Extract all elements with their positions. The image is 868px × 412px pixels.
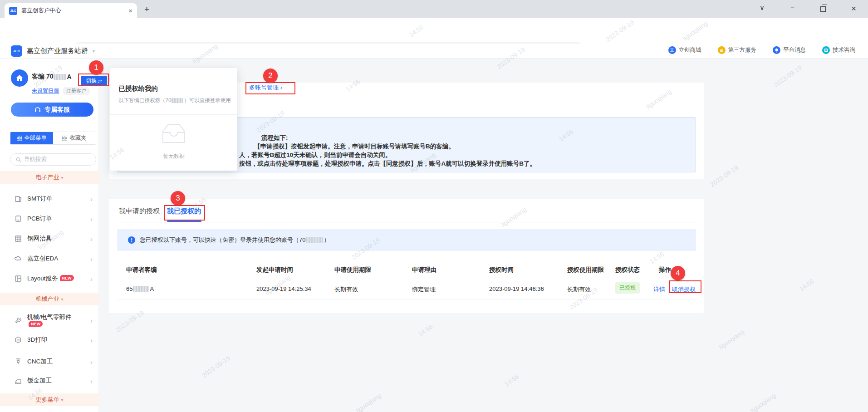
header-link-support[interactable]: 技术咨询: [822, 46, 855, 54]
brand-logo-icon: JLC: [11, 45, 22, 57]
nav-search-input[interactable]: 导航搜索: [10, 153, 96, 166]
watermark-text: liguoqiang: [749, 392, 777, 412]
window-restore-icon[interactable]: [820, 6, 826, 12]
tab-close-icon[interactable]: ×: [128, 7, 132, 15]
chevron-right-icon: ›: [90, 195, 93, 203]
banner-account-blur: [306, 237, 323, 243]
section-more-menu[interactable]: 更多菜单▾: [0, 393, 99, 406]
annotation-rect-manage: [245, 82, 295, 94]
mall-icon: 立: [668, 46, 676, 54]
site-favicon: JLC: [9, 7, 17, 15]
annotation-step-4: 4: [671, 266, 685, 280]
popup-title: 已授权给我的: [118, 84, 158, 93]
section-mechanical[interactable]: 机械产业▾: [0, 293, 99, 305]
popup-account-blur: [172, 98, 183, 103]
wrench-icon: [15, 317, 21, 324]
watermark-text: 2023-09-19: [709, 164, 740, 188]
brand[interactable]: JLC 嘉立创产业服务站群 ▾: [11, 45, 95, 57]
stencil-grid-icon: [15, 235, 22, 242]
browser-tab[interactable]: JLC 嘉立创客户中心 ×: [5, 3, 137, 18]
sidebar-item-mechanical-parts[interactable]: 机械/电气零部件NEW ›: [0, 310, 99, 330]
table-header-divider: [117, 278, 696, 278]
pcb-order-icon: [15, 215, 22, 222]
sidebar-item-cnc[interactable]: CNC加工 ›: [0, 352, 99, 372]
header-link-thirdparty[interactable]: ⊞ 第三方服务: [718, 46, 757, 54]
sidebar-item-smt-orders[interactable]: SMT订单 ›: [0, 189, 99, 209]
support-doc-icon: [822, 46, 830, 54]
info-banner-text: 您已授权以下账号，可以快速（免密）登录并使用您的账号（70）: [140, 236, 329, 244]
smt-order-icon: [15, 195, 22, 202]
watermark-text: 14:56: [798, 277, 815, 292]
set-ownership-link[interactable]: 未设置归属: [32, 87, 59, 95]
cell-apply-time: 2023-09-19 14:25:34: [256, 285, 311, 292]
chevron-right-icon: ›: [90, 336, 93, 344]
thirdparty-icon: ⊞: [718, 46, 726, 54]
grid-icon: [62, 136, 67, 141]
user-avatar: [11, 69, 28, 87]
cell-auth-time: 2023-09-19 14:46:36: [489, 285, 544, 292]
empty-data-text: 暂无数据: [110, 152, 237, 160]
bell-icon: [773, 46, 780, 54]
applicant-blur: [133, 286, 149, 292]
sidebar-item-3d-print[interactable]: 3D 3D打印 ›: [0, 330, 99, 350]
account-type-badge: 注册客户: [63, 87, 90, 95]
search-icon: [16, 157, 21, 162]
col-header-auth-period: 授权使用期限: [567, 266, 604, 274]
eda-cloud-icon: [15, 255, 22, 262]
window-chevron-icon[interactable]: ∨: [760, 4, 765, 12]
caret-down-icon: ▾: [61, 297, 63, 302]
process-line-4: 按钮，或点击待处理事项标题，处理授权申请。点击【同意授权】后，账号A就可以切换登…: [239, 160, 536, 168]
cell-auth-period: 长期有效: [567, 285, 591, 294]
brand-caret-icon: ▾: [93, 49, 95, 54]
col-header-applicant: 申请者客编: [126, 266, 157, 274]
brand-name: 嘉立创产业服务站群: [27, 47, 88, 55]
toggle-all-menu[interactable]: 全部菜单: [10, 132, 53, 144]
menu-toggle: 全部菜单 收藏夹: [10, 132, 96, 145]
layout-icon: [15, 275, 22, 282]
chevron-right-icon: ›: [90, 275, 93, 283]
new-badge: NEW: [29, 321, 43, 327]
process-line-1: 流程如下:: [261, 134, 288, 142]
tab-title: 嘉立创客户中心: [21, 7, 124, 15]
nav-search-placeholder: 导航搜索: [24, 156, 47, 163]
tab-my-requests[interactable]: 我申请的授权: [119, 207, 160, 216]
section-electronics[interactable]: 电子产业▾: [0, 171, 99, 184]
col-header-apply-period: 申请使用期限: [334, 266, 371, 274]
sidebar: 客编 70A 切换⇌ 未设置归属 注册客户 专属客服 全部菜单 收藏夹 导航搜索…: [0, 59, 99, 412]
chevron-right-icon: ›: [90, 358, 93, 366]
caret-down-icon: ▾: [61, 175, 63, 180]
header-link-mall[interactable]: 立 立创商城: [668, 46, 701, 54]
authorized-to-me-popup: 已授权给我的 以下客编已授权您（70）可以直接登录使用 暂无数据: [110, 68, 237, 171]
new-badge: NEW: [60, 275, 74, 281]
active-tab-underline: [167, 221, 201, 222]
chevron-right-icon: ›: [90, 235, 93, 243]
sidebar-item-stencil[interactable]: 钢网治具 ›: [0, 229, 99, 249]
annotation-step-3: 3: [171, 191, 185, 206]
sidebar-item-pcb-orders[interactable]: PCB订单 ›: [0, 209, 99, 229]
window-close-icon[interactable]: ×: [851, 4, 856, 14]
sidebar-item-sheet-metal[interactable]: 钣金加工 ›: [0, 371, 99, 391]
account-number-blur: [54, 74, 66, 80]
sheet-metal-icon: [15, 377, 22, 384]
window-minimize-icon[interactable]: −: [790, 4, 794, 11]
empty-inbox-icon: [158, 122, 189, 149]
toggle-favorites[interactable]: 收藏夹: [53, 132, 96, 144]
chevron-right-icon: ›: [90, 215, 93, 223]
header-link-messages[interactable]: 平台消息: [773, 46, 806, 54]
annotation-step-2: 2: [263, 69, 278, 83]
sidebar-item-layout[interactable]: Layout服务NEW ›: [0, 269, 99, 289]
annotation-rect-cancel: [669, 280, 701, 293]
dedicated-service-button[interactable]: 专属客服: [11, 103, 93, 117]
table-row-divider: [117, 299, 696, 299]
sidebar-item-eda[interactable]: 嘉立创EDA ›: [0, 249, 99, 269]
detail-link[interactable]: 详情: [653, 285, 665, 294]
process-line-2: 【申请授权】按钮发起申请。注意，申请时目标账号请填写账号B的客编。: [254, 142, 455, 151]
header-links: 立 立创商城 ⊞ 第三方服务 平台消息 技术咨询: [668, 46, 856, 54]
annotation-rect-tab: [164, 205, 205, 221]
new-tab-button[interactable]: +: [144, 5, 149, 15]
process-line-3: 人，若账号B超过10天未确认，则当前申请会自动关闭。: [239, 151, 391, 159]
watermark-text: 14:56: [417, 323, 434, 338]
tabs-divider: [117, 222, 696, 222]
chevron-right-icon: ›: [90, 255, 93, 263]
info-banner: ! 您已授权以下账号，可以快速（免密）登录并使用您的账号（70）: [117, 229, 696, 251]
